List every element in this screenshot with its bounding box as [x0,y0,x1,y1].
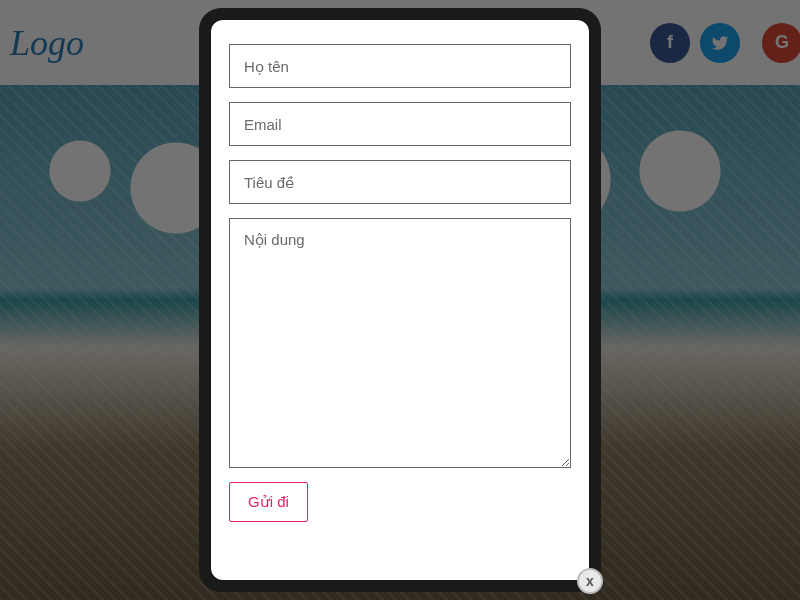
modal-container: Gửi đi x [199,0,601,600]
contact-modal: Gửi đi x [199,8,601,592]
content-field[interactable] [229,218,571,468]
close-icon: x [586,573,594,589]
name-field[interactable] [229,44,571,88]
email-field[interactable] [229,102,571,146]
close-button[interactable]: x [577,568,603,594]
submit-button[interactable]: Gửi đi [229,482,308,522]
subject-field[interactable] [229,160,571,204]
contact-form: Gửi đi [211,20,589,580]
